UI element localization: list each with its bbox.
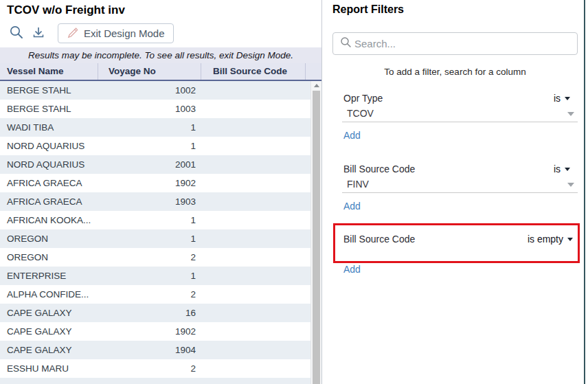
table-body: BERGE STAHL 1002 BERGE STAHL 1003 WADI T… — [0, 81, 310, 384]
vessel-name-cell: CAPE GALAXY — [0, 341, 98, 359]
table-row[interactable]: CAPE GALAXY 1902 — [0, 322, 310, 341]
caret-down-icon — [565, 97, 570, 100]
voyage-no-cell: 1902 — [98, 322, 201, 341]
vessel-name-cell: AFRICAN KOOKA... — [0, 211, 98, 229]
column-header-voyage-no[interactable]: Voyage No — [98, 63, 201, 80]
filter-search-input[interactable] — [354, 38, 572, 49]
voyage-no-cell: 2001 — [98, 155, 201, 174]
vessel-name-cell: CAPE GALAXY — [0, 304, 98, 322]
filters-panel-title: Report Filters — [332, 3, 404, 16]
chevron-down-icon[interactable] — [567, 183, 574, 187]
table-row[interactable]: AFRICA GRAECA 1902 — [0, 174, 310, 192]
report-result-panel: TCOV w/o Freight inv — [0, 0, 322, 384]
voyage-no-cell: 1 — [98, 211, 201, 229]
table-row[interactable]: WADI TIBA 1 — [0, 118, 310, 137]
select-underline — [342, 192, 578, 193]
filter-operator-dropdown[interactable]: is — [554, 93, 570, 104]
caret-down-icon — [567, 238, 573, 241]
exit-design-mode-button[interactable]: Exit Design Mode — [58, 23, 174, 43]
filter-value-select[interactable]: FINV — [347, 179, 369, 190]
voyage-no-cell: 1 — [98, 118, 201, 137]
voyage-no-cell: 1 — [98, 229, 201, 248]
select-underline — [342, 122, 578, 122]
column-header-bill-source-code[interactable]: Bill Source Code — [201, 63, 306, 80]
filter-operator-label: is — [554, 163, 561, 174]
bill-source-code-cell — [201, 155, 310, 174]
table-row[interactable]: BERGE STAHL 1002 — [0, 81, 310, 100]
bill-source-code-cell — [201, 359, 310, 378]
table-row[interactable]: OREGON 1 — [0, 229, 310, 248]
column-header-stub — [306, 63, 321, 80]
voyage-no-cell: 1003 — [98, 100, 201, 118]
filter-operator-dropdown[interactable]: is — [554, 163, 570, 174]
table-row[interactable]: ENTERPRISE 1 — [0, 267, 310, 285]
bill-source-code-cell — [201, 341, 310, 359]
voyage-no-cell: 2 — [98, 248, 201, 267]
vessel-name-cell: AFRICA GRAECA — [0, 174, 98, 192]
table-row[interactable]: AFRICA GRAECA 1903 — [0, 192, 310, 211]
add-filter-value-link[interactable]: Add — [343, 130, 361, 141]
chevron-down-icon[interactable] — [567, 112, 574, 116]
vessel-name-cell: BERGE STAHL — [0, 100, 98, 118]
vertical-scrollbar[interactable] — [310, 81, 321, 384]
caret-down-icon — [565, 168, 570, 171]
download-button[interactable] — [27, 23, 49, 43]
vessel-name-cell: NORD AQUARIUS — [0, 155, 98, 174]
table-row[interactable]: ESSHU MARU 3 — [0, 378, 310, 384]
voyage-no-cell: 1904 — [98, 341, 201, 359]
voyage-no-cell: 2 — [98, 285, 201, 304]
filter-hint: To add a filter, search for a column — [332, 67, 578, 77]
column-header-vessel-name[interactable]: Vessel Name — [0, 63, 98, 80]
bill-source-code-cell — [201, 378, 310, 384]
bill-source-code-cell — [201, 211, 310, 229]
report-filters-panel: Report Filters To add a filter, search f… — [322, 0, 588, 384]
add-filter-value-link[interactable]: Add — [343, 201, 361, 212]
scroll-up-arrow-icon[interactable] — [314, 84, 319, 87]
voyage-no-cell: 16 — [98, 304, 201, 322]
vessel-name-cell: BERGE STAHL — [0, 81, 98, 100]
voyage-no-cell: 1903 — [98, 192, 201, 211]
filter-row-bill-source-code: Bill Source Code is — [343, 163, 570, 174]
design-mode-notice: Results may be incomplete. To see all re… — [0, 47, 321, 63]
vessel-name-cell: AFRICA GRAECA — [0, 192, 98, 211]
filter-row-opr-type: Opr Type is — [343, 93, 570, 104]
table-row[interactable]: ALPHA CONFIDE... 2 — [0, 285, 310, 304]
vessel-name-cell: ESSHU MARU — [0, 359, 98, 378]
bill-source-code-cell — [201, 285, 310, 304]
scrollbar-thumb[interactable] — [313, 91, 320, 384]
table-row[interactable]: NORD AQUARIUS 2001 — [0, 155, 310, 174]
vessel-name-cell: WADI TIBA — [0, 118, 98, 137]
filter-value-select[interactable]: TCOV — [347, 108, 374, 119]
bill-source-code-cell — [201, 118, 310, 137]
table-row[interactable]: AFRICAN KOOKA... 1 — [0, 211, 310, 229]
table-row[interactable]: OREGON 2 — [0, 248, 310, 267]
table-header: Vessel Name Voyage No Bill Source Code — [0, 63, 321, 81]
voyage-no-cell: 1 — [98, 267, 201, 285]
bill-source-code-cell — [201, 174, 310, 192]
filter-search-box — [332, 32, 578, 55]
table-row[interactable]: BERGE STAHL 1003 — [0, 100, 310, 118]
table-row[interactable]: NORD AQUARIUS 1 — [0, 137, 310, 155]
voyage-no-cell: 1002 — [98, 81, 201, 100]
search-button[interactable] — [5, 23, 27, 43]
filter-column-label: Opr Type — [343, 93, 383, 104]
voyage-no-cell: 1902 — [98, 174, 201, 192]
table-row[interactable]: ESSHU MARU 2 — [0, 359, 310, 378]
vessel-name-cell: OREGON — [0, 248, 98, 267]
search-icon — [9, 25, 24, 42]
voyage-no-cell: 2 — [98, 359, 201, 378]
bill-source-code-cell — [201, 192, 310, 211]
filter-operator-dropdown[interactable]: is empty — [528, 234, 573, 245]
table-row[interactable]: CAPE GALAXY 1904 — [0, 341, 310, 359]
bill-source-code-cell — [201, 229, 310, 248]
add-filter-value-link[interactable]: Add — [343, 264, 361, 275]
table-row[interactable]: CAPE GALAXY 16 — [0, 304, 310, 322]
bill-source-code-cell — [201, 304, 310, 322]
vessel-name-cell: CAPE GALAXY — [0, 322, 98, 341]
bill-source-code-cell — [201, 81, 310, 100]
filter-column-label: Bill Source Code — [343, 234, 415, 245]
panel-edge-divider — [584, 0, 585, 384]
filter-column-label: Bill Source Code — [343, 163, 415, 174]
vessel-name-cell: NORD AQUARIUS — [0, 137, 98, 155]
filter-row-bill-source-code-empty: Bill Source Code is empty — [343, 234, 573, 245]
